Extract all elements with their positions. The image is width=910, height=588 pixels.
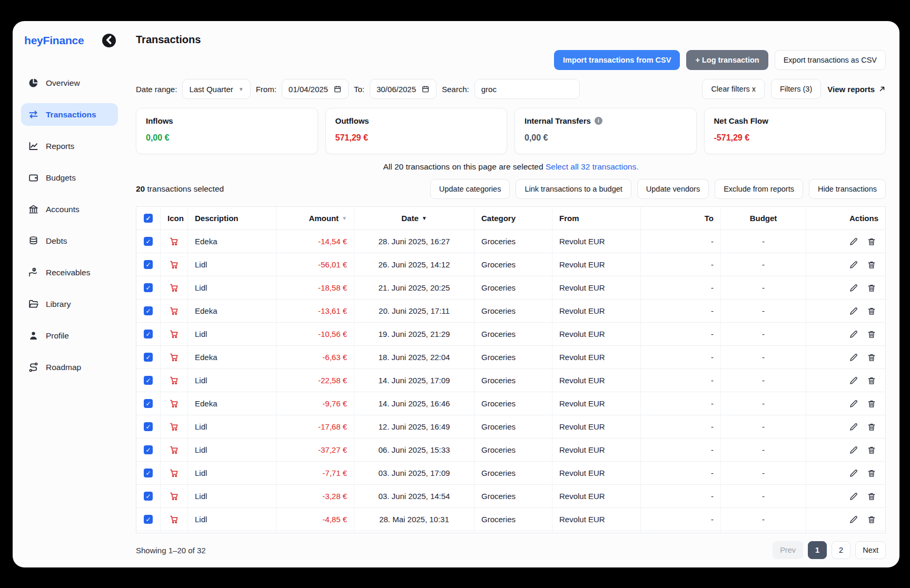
next-page-button[interactable]: Next [855,541,886,559]
row-checkbox[interactable]: ✓ [144,515,153,524]
row-budget: - [721,323,806,346]
edit-button[interactable] [849,306,858,316]
search-input[interactable] [474,79,580,99]
update-categories-button[interactable]: Update categories [430,179,510,199]
edit-button[interactable] [849,469,858,478]
sidebar-item-reports[interactable]: Reports [21,135,118,157]
edit-button[interactable] [849,515,858,524]
row-checkbox[interactable]: ✓ [144,283,153,292]
filters-button[interactable]: Filters (3) [771,79,821,99]
column-header-label: Category [481,214,516,223]
edit-button[interactable] [849,445,858,455]
column-header-from[interactable]: From [552,207,641,230]
search-label: Search: [442,85,469,94]
delete-button[interactable] [867,445,876,455]
row-date: 26. Juni 2025, 14:12 [354,253,474,276]
row-checkbox-cell: ✓ [136,415,161,438]
page-button-1[interactable]: 1 [808,541,827,559]
edit-button[interactable] [849,283,858,293]
row-to: - [641,485,721,508]
cart-icon [169,422,179,432]
edit-button[interactable] [849,492,858,501]
sidebar-item-overview[interactable]: Overview [21,72,118,94]
delete-button[interactable] [867,492,876,501]
column-header-amount[interactable]: Amount▼ [276,207,354,230]
hide-transactions-button[interactable]: Hide transactions [809,179,886,199]
clear-filters-button[interactable]: Clear filters x [702,79,765,99]
from-date-input[interactable]: 01/04/2025 [282,79,349,99]
row-to: - [641,392,721,415]
exclude-from-reports-button[interactable]: Exclude from reports [715,179,803,199]
column-header-actions[interactable]: Actions [806,207,885,230]
export-csv-button[interactable]: Export transactions as CSV [775,50,886,70]
card-title: Outflows [335,116,498,125]
row-checkbox[interactable]: ✓ [144,260,153,269]
row-checkbox[interactable]: ✓ [144,376,153,385]
page-button-2[interactable]: 2 [832,541,850,559]
info-icon[interactable]: i [595,117,602,125]
delete-button[interactable] [867,422,876,432]
delete-button[interactable] [867,469,876,478]
row-amount: -6,63 € [276,346,354,369]
sidebar-item-debts[interactable]: Debts [21,230,118,252]
delete-button[interactable] [867,376,876,385]
edit-button[interactable] [849,399,858,408]
delete-button[interactable] [867,353,876,362]
sidebar-collapse-button[interactable] [102,34,116,47]
import-csv-button[interactable]: Import transactions from CSV [554,50,680,70]
link-transactions-to-a-budget-button[interactable]: Link transactions to a budget [516,179,631,199]
row-checkbox[interactable]: ✓ [144,353,153,362]
view-reports-link[interactable]: View reports [827,85,886,94]
row-checkbox-cell: ✓ [136,508,161,531]
row-checkbox[interactable]: ✓ [144,399,153,408]
edit-button[interactable] [849,353,858,362]
delete-button[interactable] [867,260,876,270]
sidebar-item-profile[interactable]: Profile [21,324,118,347]
sidebar-item-receivables[interactable]: Receivables [21,261,118,284]
sidebar-item-library[interactable]: Library [21,293,118,315]
sidebar-item-label: Debts [46,236,67,246]
row-amount: -13,61 € [276,300,354,323]
row-checkbox[interactable]: ✓ [144,237,153,246]
pencil-icon [849,330,858,339]
sidebar-item-roadmap[interactable]: Roadmap [21,356,118,378]
column-header-category[interactable]: Category [474,207,552,230]
edit-button[interactable] [849,260,858,270]
sidebar-item-transactions[interactable]: Transactions [21,103,118,126]
column-header-description[interactable]: Description [188,207,276,230]
log-transaction-button[interactable]: + Log transaction [686,50,768,70]
prev-page-button[interactable]: Prev [773,541,803,559]
row-checkbox[interactable]: ✓ [144,469,153,477]
trash-icon [867,469,876,478]
select-all-checkbox[interactable]: ✓ [144,214,153,223]
update-vendors-button[interactable]: Update vendors [637,179,709,199]
delete-button[interactable] [867,330,876,339]
column-header-date[interactable]: Date▼ [354,207,474,230]
sidebar-item-accounts[interactable]: Accounts [21,198,118,221]
row-checkbox[interactable]: ✓ [144,445,153,454]
delete-button[interactable] [867,283,876,293]
delete-button[interactable] [867,399,876,408]
trash-icon [867,422,876,432]
row-checkbox[interactable]: ✓ [144,330,153,338]
date-range-select[interactable]: Last Quarter ▼ [182,79,250,99]
delete-button[interactable] [867,306,876,316]
edit-button[interactable] [849,422,858,432]
row-checkbox[interactable]: ✓ [144,492,153,501]
delete-button[interactable] [867,237,876,246]
edit-button[interactable] [849,330,858,339]
row-icon-cell [161,253,188,276]
select-all-link[interactable]: Select all 32 transactions. [546,162,639,171]
sidebar-item-budgets[interactable]: Budgets [21,166,118,189]
row-checkbox[interactable]: ✓ [144,306,153,315]
column-header-to[interactable]: To [641,207,721,230]
column-header-budget[interactable]: Budget [721,207,806,230]
row-checkbox[interactable]: ✓ [144,422,153,431]
edit-button[interactable] [849,237,858,246]
card-title: Net Cash Flow [714,116,876,125]
trash-icon [867,376,876,385]
delete-button[interactable] [867,515,876,524]
column-header-icon[interactable]: Icon [161,207,188,230]
to-date-input[interactable]: 30/06/2025 [370,79,437,99]
edit-button[interactable] [849,376,858,385]
